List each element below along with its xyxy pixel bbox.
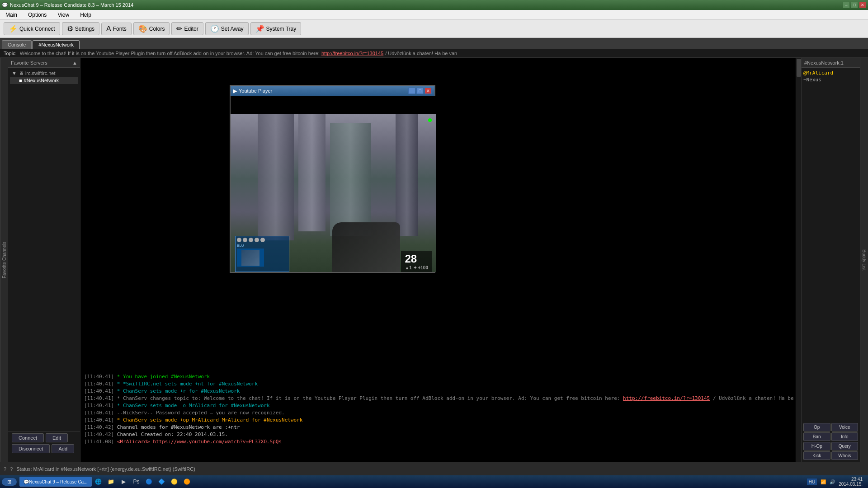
maximize-button[interactable]: □ — [851, 2, 858, 8]
menu-main[interactable]: Main — [2, 11, 21, 19]
statusbar-icon: ? — [4, 466, 6, 472]
buddy-list-panel[interactable]: Buddy List — [860, 58, 868, 462]
msg-line: [11:40.41] * ChanServ sets mode -o MrAli… — [84, 402, 797, 409]
left-sidebar: Favorite Servers ▲ ▼ 🖥 irc.swiftirc.net … — [8, 58, 80, 462]
youtube-window-icon: ▶ — [233, 88, 237, 94]
channel-icon: ■ — [19, 78, 22, 83]
editor-label: Editor — [184, 26, 198, 32]
app-icon: 💬 — [2, 2, 8, 8]
taskbar-item-text: NexusChat 9 – Release Ca... — [29, 479, 88, 484]
nick-item[interactable]: ~Nexus — [803, 76, 858, 83]
youtube-titlebar: ▶ Youtube Player – □ ✕ — [231, 86, 434, 96]
connect-button[interactable]: Connect — [12, 433, 44, 442]
settings-button[interactable]: ⚙ Settings — [62, 22, 99, 35]
favorite-channels-panel[interactable]: Favorite Channels — [0, 58, 8, 462]
disconnect-button[interactable]: Disconnect — [12, 444, 50, 453]
taskbar-items: 💬 NexusChat 9 – Release Ca... 🌐 📁 ▶ Ps 🔵… — [18, 477, 802, 487]
server-icon: 🖥 — [19, 70, 24, 76]
taskbar-chrome[interactable]: 🔵 — [143, 477, 155, 487]
channel-item[interactable]: ■ #NexusNetwork — [10, 77, 78, 84]
statusbar-icon2: ? — [10, 466, 13, 472]
topic-link-msg[interactable]: http://freebitco.in/?r=130145 — [623, 395, 710, 401]
fav-servers-collapse[interactable]: ▲ — [72, 60, 77, 66]
ban-button[interactable]: Ban — [803, 432, 830, 441]
msg-line: [11:40.41] * ChanServ sets mode +r for #… — [84, 388, 797, 395]
topic-link[interactable]: http://freebitco.in/?r=130145 — [321, 51, 383, 56]
msg-line: [11:40.41] * You have joined #NexusNetwo… — [84, 373, 797, 380]
kick-button[interactable]: Kick — [803, 451, 830, 460]
msg-line: [11:40.41] * ChanServ sets mode +op MrAl… — [84, 417, 797, 424]
info-button[interactable]: Info — [831, 432, 859, 441]
taskbar-vs[interactable]: 🔷 — [156, 477, 168, 487]
taskbar-ps[interactable]: Ps — [131, 477, 142, 487]
start-button[interactable]: ⊞ — [2, 478, 17, 486]
taskbar-item-nexuschat[interactable]: 💬 NexusChat 9 – Release Ca... — [19, 477, 92, 487]
whois-button[interactable]: Whois — [831, 451, 859, 460]
msg-line: [11:40.41] * ChanServ changes topic to: … — [84, 395, 797, 402]
taskbar-ie[interactable]: 🌐 — [93, 477, 104, 487]
editor-icon: ✏ — [176, 24, 182, 33]
tray-time: 23:41 — [839, 477, 863, 482]
systemtray-icon: 📌 — [255, 24, 264, 33]
user-action-buttons: Op Voice Ban Info H-Op Query Kick Whois — [802, 421, 860, 462]
server-item[interactable]: ▼ 🖥 irc.swiftirc.net — [10, 70, 78, 77]
titlebar: 💬 NexusChat 9 – Release Candidate 8.3 – … — [0, 0, 868, 10]
connect-buttons: Connect Edit — [12, 433, 76, 442]
hop-button[interactable]: H-Op — [803, 442, 830, 450]
tray-clock: 23:41 2014.03.15. — [839, 477, 863, 487]
youtube-close[interactable]: ✕ — [425, 88, 432, 94]
right-sidebar: #NexusNetwork:1 @MrAlicard ~Nexus Op Voi… — [801, 58, 860, 462]
taskbar-app8[interactable]: 🟠 — [181, 477, 193, 487]
editor-button[interactable]: ✏ Editor — [171, 22, 203, 35]
channel-name: #NexusNetwork — [24, 78, 59, 83]
edit-button[interactable]: Edit — [46, 433, 68, 442]
close-button[interactable]: ✕ — [859, 2, 866, 8]
colors-button[interactable]: 🎨 Colors — [133, 22, 170, 35]
main-layout: Favorite Channels Favorite Servers ▲ ▼ 🖥… — [0, 58, 868, 462]
colors-icon: 🎨 — [138, 24, 147, 33]
topicbar: Topic: Welcome to the chat! If it is on … — [0, 49, 868, 58]
op-button[interactable]: Op — [803, 423, 830, 432]
taskbar-app7[interactable]: 🟡 — [169, 477, 180, 487]
voice-button[interactable]: Voice — [831, 423, 859, 432]
msg-line: [11:40.42] Channel Created on: 22:40 201… — [84, 431, 797, 438]
server-name: irc.swiftirc.net — [25, 70, 56, 76]
youtube-player-window[interactable]: ▶ Youtube Player – □ ✕ — [230, 85, 435, 273]
menu-options[interactable]: Options — [24, 11, 50, 19]
tray-date: 2014.03.15. — [839, 482, 863, 487]
systemtray-button[interactable]: 📌 System Tray — [250, 22, 302, 35]
tray-lang: HU — [807, 479, 817, 485]
server-tree: ▼ 🖥 irc.swiftirc.net ■ #NexusNetwork — [8, 68, 80, 431]
menu-view[interactable]: View — [54, 11, 73, 19]
menu-help[interactable]: Help — [76, 11, 95, 19]
taskbar-media[interactable]: ▶ — [118, 477, 130, 487]
titlebar-controls: – □ ✕ — [843, 2, 866, 8]
minimize-button[interactable]: – — [843, 2, 850, 8]
game-score: 28 ▲1 ✦ +100 — [401, 251, 432, 272]
topic-rest: / Udvözlünk a chaten! Ha be van — [385, 51, 457, 56]
tab-bar: Console #NexusNetwork — [0, 38, 868, 49]
tab-nexusnetwork[interactable]: #NexusNetwork — [33, 40, 80, 49]
quickconnect-label: Quick Connect — [19, 26, 55, 32]
youtube-maximize[interactable]: □ — [416, 88, 424, 94]
msg-line: [11:41.08] <MrAlicard> https://www.youtu… — [84, 438, 797, 446]
channel-name-header: #NexusNetwork:1 — [804, 60, 844, 66]
server-expand-icon: ▼ — [12, 70, 17, 76]
taskbar: ⊞ 💬 NexusChat 9 – Release Ca... 🌐 📁 ▶ Ps… — [0, 475, 868, 488]
connect-controls: Connect Edit Disconnect Add — [8, 431, 80, 462]
msg-line: [11:40.41] --NickServ-- Password accepte… — [84, 409, 797, 417]
colors-label: Colors — [149, 26, 165, 32]
youtube-link-msg[interactable]: https://www.youtube.com/watch?v=PL37XO-S… — [153, 439, 282, 445]
chat-scrollbar[interactable] — [796, 58, 801, 462]
add-button[interactable]: Add — [52, 444, 74, 453]
taskbar-explorer[interactable]: 📁 — [105, 477, 117, 487]
fonts-button[interactable]: A Fonts — [101, 23, 132, 35]
setaway-button[interactable]: 🕐 Set Away — [205, 22, 249, 35]
tab-console[interactable]: Console — [2, 40, 32, 49]
nick-item-op[interactable]: @MrAlicard — [803, 70, 858, 76]
quickconnect-button[interactable]: ⚡ Quick Connect — [4, 22, 60, 35]
scrollbar-thumb[interactable] — [797, 59, 801, 77]
youtube-title: Youtube Player — [239, 88, 272, 94]
query-button[interactable]: Query — [831, 442, 859, 450]
youtube-minimize[interactable]: – — [408, 88, 415, 94]
